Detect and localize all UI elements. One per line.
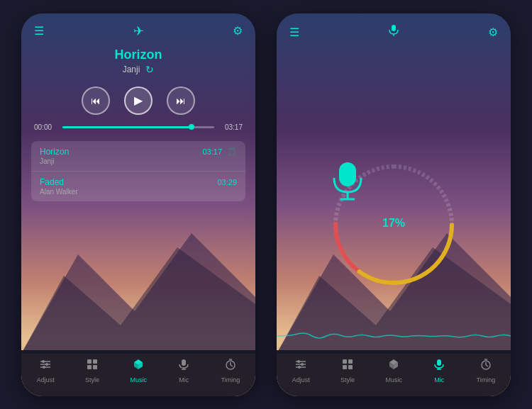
svg-rect-10 — [87, 365, 92, 369]
progress-dot — [189, 124, 194, 130]
svg-rect-8 — [87, 359, 92, 364]
song-name-1: Horizon — [40, 147, 69, 157]
song-item-1[interactable]: Horizon 03:17 🎵 Janji — [31, 141, 245, 172]
total-time: 03:17 — [220, 123, 243, 131]
nav-mic-2[interactable]: Mic — [433, 358, 445, 383]
nav-label-mic-1: Mic — [179, 376, 189, 383]
top-bar: ☰ ✈ ⚙ — [21, 13, 255, 45]
music-panel: ☰ ✈ ⚙ Horizon Janji ↻ ⏮ ▶ ⏭ 00:00 03:17 — [21, 13, 255, 396]
menu-icon-2[interactable]: ☰ — [289, 26, 299, 39]
song-music-icon-1: 🎵 — [226, 147, 237, 157]
nav-music-2[interactable]: Music — [385, 358, 402, 383]
play-button[interactable]: ▶ — [124, 86, 153, 115]
song-list: Horizon 03:17 🎵 Janji Faded 03:29 Alan W… — [31, 141, 245, 201]
svg-line-44 — [486, 365, 488, 366]
mic-percent: 17% — [382, 217, 405, 230]
nav-label-music-2: Music — [385, 376, 402, 383]
nav-adjust-1[interactable]: Adjust — [37, 358, 55, 383]
mic-panel: ☰ ⚙ — [277, 13, 511, 396]
repeat-icon[interactable]: ↻ — [145, 64, 154, 75]
svg-point-6 — [45, 363, 48, 366]
nav-timing-1[interactable]: Timing — [221, 358, 240, 383]
song-artist-1: Janji — [40, 157, 237, 165]
svg-rect-35 — [343, 359, 347, 364]
svg-point-7 — [43, 366, 45, 369]
top-bar-2: ☰ ⚙ — [277, 13, 511, 47]
settings-icon[interactable]: ⚙ — [233, 24, 243, 38]
svg-rect-21 — [392, 25, 396, 31]
bottom-nav-1: Adjust Style — [21, 350, 255, 396]
nav-label-mic-2: Mic — [434, 376, 444, 383]
nav-music-1[interactable]: Music — [130, 358, 147, 383]
settings-icon-2[interactable]: ⚙ — [488, 26, 498, 39]
song-artist-2: Alan Walker — [40, 188, 237, 196]
prev-button[interactable]: ⏮ — [82, 86, 110, 115]
nav-label-timing-2: Timing — [477, 376, 496, 383]
mic-large-icon — [330, 161, 365, 203]
nav-label-music-1: Music — [130, 376, 147, 383]
nav-label-adjust-1: Adjust — [37, 376, 55, 383]
svg-rect-36 — [348, 359, 353, 364]
nav-style-1[interactable]: Style — [85, 358, 99, 383]
current-time: 00:00 — [34, 123, 57, 131]
svg-point-32 — [297, 360, 300, 363]
nav-timing-2[interactable]: Timing — [477, 358, 496, 383]
song-item-2[interactable]: Faded 03:29 Alan Walker — [31, 172, 245, 201]
song-duration-1: 03:17 — [202, 147, 222, 156]
track-artist: Janji — [123, 65, 140, 74]
svg-rect-26 — [339, 162, 356, 186]
svg-rect-37 — [343, 365, 347, 369]
svg-point-5 — [42, 360, 45, 363]
nav-label-style-2: Style — [340, 376, 355, 383]
bottom-nav-2: Adjust Style — [277, 350, 511, 396]
track-title: Horizon — [21, 47, 255, 62]
progress-fill — [62, 126, 192, 128]
mic-top-icon — [387, 23, 401, 41]
next-button[interactable]: ⏭ — [167, 86, 195, 115]
svg-rect-12 — [182, 359, 186, 366]
nav-style-2[interactable]: Style — [340, 358, 355, 383]
nav-label-style-1: Style — [85, 376, 99, 383]
svg-rect-38 — [348, 365, 353, 369]
nav-label-adjust-2: Adjust — [292, 376, 310, 383]
mic-ring: 17% — [330, 161, 458, 288]
song-name-2: Faded — [40, 177, 64, 187]
svg-line-17 — [231, 365, 233, 366]
menu-icon[interactable]: ☰ — [34, 24, 44, 38]
waveform — [277, 325, 511, 347]
song-duration-2: 03:29 — [217, 178, 237, 186]
nav-adjust-2[interactable]: Adjust — [292, 358, 310, 383]
svg-point-33 — [301, 363, 304, 366]
airplane-icon: ✈ — [133, 23, 144, 39]
svg-rect-9 — [93, 359, 97, 364]
nav-label-timing-1: Timing — [221, 376, 240, 383]
svg-rect-39 — [437, 359, 441, 366]
svg-rect-11 — [93, 365, 97, 369]
progress-track[interactable] — [62, 126, 214, 128]
nav-mic-1[interactable]: Mic — [177, 358, 190, 383]
svg-point-34 — [298, 366, 301, 369]
